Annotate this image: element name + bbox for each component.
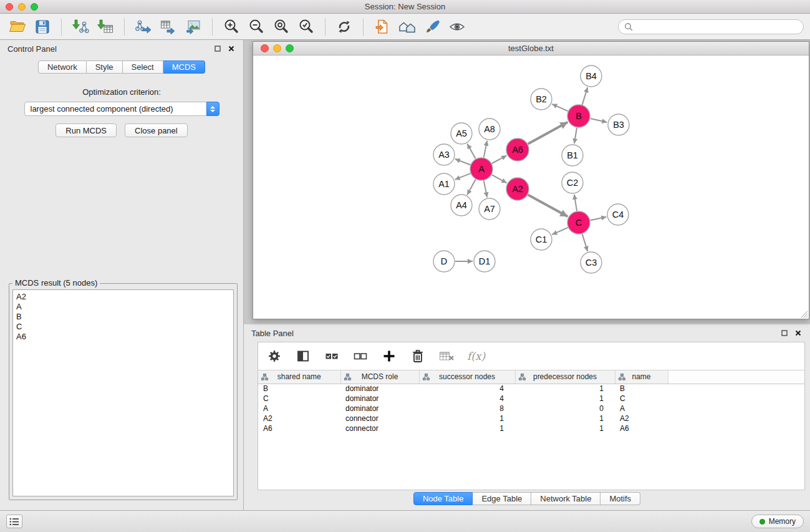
graph-edge-C-C1[interactable] [552,228,567,235]
graph-node-B2[interactable]: B2 [531,89,552,110]
column-header-successor-nodes[interactable]: successor nodes [419,370,515,384]
graph-node-A3[interactable]: A3 [433,144,455,165]
add-column-icon[interactable] [381,348,397,364]
zoom-selected-icon[interactable] [295,17,317,37]
graph-edge-C-C4[interactable] [591,217,607,220]
graph-node-C2[interactable]: C2 [562,172,583,193]
graph-edge-A-A2[interactable] [492,175,507,183]
delete-table-icon[interactable] [438,348,455,364]
result-item[interactable]: B [16,312,230,322]
open-folder-icon[interactable] [6,17,29,37]
result-item[interactable]: A [16,302,230,312]
graph-node-D[interactable]: D [433,251,455,272]
result-item[interactable]: A6 [16,332,230,342]
copy-document-icon[interactable] [371,17,393,37]
network-minimize-icon[interactable] [273,44,281,52]
graph-node-A2[interactable]: A2 [506,178,529,200]
zoom-window-icon[interactable] [31,3,38,11]
network-window-titlebar[interactable]: testGlobe.txt [253,42,809,56]
tab-motifs[interactable]: Motifs [600,492,640,505]
graph-node-A8[interactable]: A8 [479,118,500,140]
float-panel-icon[interactable] [215,46,221,52]
graph-node-A5[interactable]: A5 [451,123,472,144]
column-header-mcds-role[interactable]: MCDS role [340,370,419,384]
table-row[interactable]: Bdominator41B [258,384,804,394]
graph-edge-A-A8[interactable] [484,141,487,158]
zoom-fit-icon[interactable] [270,17,292,37]
export-table-icon[interactable] [157,17,180,37]
graph-node-C1[interactable]: C1 [531,229,552,250]
column-header-name[interactable]: name [615,370,668,384]
criterion-dropdown[interactable]: largest connected component (directed) [24,102,219,116]
graph-edge-A2-C[interactable] [528,195,568,216]
panel-list-icon[interactable] [6,515,22,528]
result-item[interactable]: A2 [16,292,230,302]
trash-icon[interactable] [410,348,426,364]
minimize-window-icon[interactable] [18,3,26,11]
gear-icon[interactable] [266,348,282,364]
graph-edge-C-C2[interactable] [574,195,577,211]
resize-grip-icon[interactable] [801,311,808,318]
select-all-icon[interactable] [324,348,340,364]
graph-node-B1[interactable]: B1 [562,145,583,166]
graph-node-A1[interactable]: A1 [433,173,455,195]
save-session-icon[interactable] [31,17,54,37]
table-row[interactable]: Adominator80A [258,404,804,414]
graph-edge-A-A7[interactable] [484,181,487,198]
close-window-icon[interactable] [6,3,13,11]
tab-network-table[interactable]: Network Table [531,492,600,505]
tab-node-table[interactable]: Node Table [413,492,473,505]
graph-edge-B-B2[interactable] [552,104,567,111]
zoom-out-icon[interactable] [245,17,268,37]
graph-node-A4[interactable]: A4 [451,195,472,216]
tab-network[interactable]: Network [38,60,87,74]
eye-icon[interactable] [446,17,468,37]
graph-node-B3[interactable]: B3 [608,114,629,135]
graph-edge-A-A5[interactable] [467,144,475,159]
export-network-icon[interactable] [132,17,155,37]
close-table-panel-icon[interactable] [795,330,801,336]
memory-button[interactable]: Memory [751,515,804,528]
run-mcds-button[interactable]: Run MCDS [55,123,117,137]
apply-layout-icon[interactable] [333,17,355,37]
graph-edge-B-B4[interactable] [582,87,588,105]
graph-edge-C-C3[interactable] [582,234,588,251]
column-header-predecessor-nodes[interactable]: predecessor nodes [515,370,615,384]
network-view-canvas[interactable]: B4B2BB3A8A5A6A3B1AC2A1A2A4A7C4CC1DD1C3 [253,56,809,319]
result-item[interactable]: C [16,322,230,332]
tab-edge-table[interactable]: Edge Table [473,492,531,505]
column-header-shared-name[interactable]: shared name [258,370,340,384]
graph-edge-B-B1[interactable] [574,128,577,143]
graph-edge-A-A6[interactable] [492,155,507,163]
fx-function-button[interactable]: f(x) [467,348,485,364]
graph-node-C[interactable]: C [567,211,590,234]
zoom-in-icon[interactable] [220,17,243,37]
graph-node-A[interactable]: A [470,158,493,180]
import-table-icon[interactable] [94,17,117,37]
paintbrush-icon[interactable] [421,17,443,37]
graph-node-B4[interactable]: B4 [581,65,602,87]
export-image-icon[interactable] [182,17,205,37]
deselect-all-icon[interactable] [352,348,369,364]
close-panel-button[interactable]: Close panel [125,123,188,137]
import-network-icon[interactable] [69,17,92,37]
graph-node-C3[interactable]: C3 [581,252,602,273]
tab-select[interactable]: Select [123,60,163,74]
graph-edge-A6-B[interactable] [528,122,568,144]
column-selector-icon[interactable] [295,348,311,364]
graph-node-A6[interactable]: A6 [506,138,529,161]
table-row[interactable]: A2connector11A2 [258,414,804,423]
search-input[interactable] [636,22,798,31]
table-row[interactable]: Cdominator41C [258,394,804,404]
network-zoom-icon[interactable] [286,44,294,52]
graph-node-C4[interactable]: C4 [607,204,629,225]
tab-style[interactable]: Style [87,60,123,74]
graph-node-B[interactable]: B [567,105,590,127]
tab-mcds[interactable]: MCDS [163,60,205,74]
graph-node-D1[interactable]: D1 [474,251,495,272]
graph-edge-A-A3[interactable] [455,159,471,165]
table-row[interactable]: A6connector11A6 [258,423,804,433]
close-panel-icon[interactable] [228,46,234,52]
houses-icon[interactable] [396,17,418,37]
network-close-icon[interactable] [261,44,269,52]
